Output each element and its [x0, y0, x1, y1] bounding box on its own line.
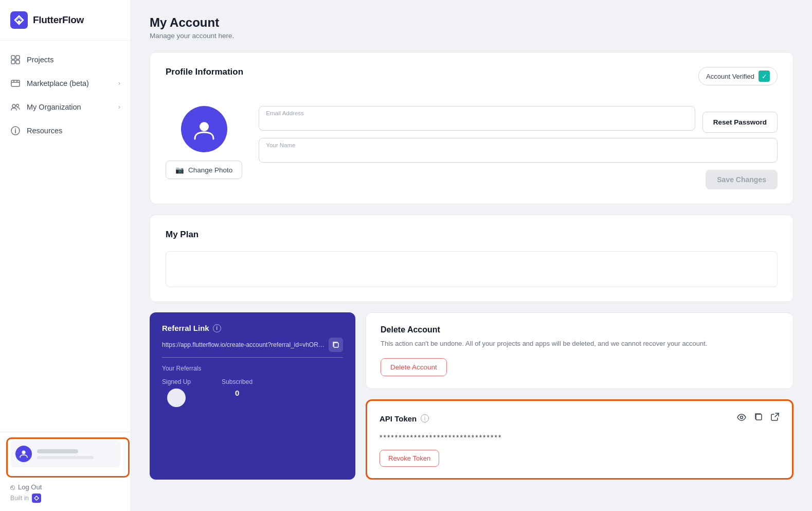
- svg-point-7: [12, 104, 15, 108]
- profile-card-title: Profile Information: [166, 67, 243, 77]
- referrals-stats: Signed Up Subscribed 0: [162, 378, 343, 407]
- toggle-token-visibility-button[interactable]: [736, 412, 747, 425]
- save-changes-label: Save Changes: [717, 175, 766, 184]
- referral-info-icon: i: [213, 324, 221, 332]
- svg-rect-3: [16, 56, 20, 59]
- page-subtitle: Manage your account here.: [150, 32, 793, 40]
- avatar: [15, 446, 32, 462]
- api-info-icon: i: [421, 414, 429, 422]
- svg-rect-0: [10, 11, 28, 29]
- external-link-icon: [770, 412, 780, 421]
- logout-icon: ⎋: [10, 483, 15, 491]
- flutterflow-small-icon: [32, 494, 41, 503]
- profile-card: Profile Information Account Verified ✓ 📷…: [150, 52, 793, 204]
- reset-password-button[interactable]: Reset Password: [702, 112, 778, 133]
- logo-text: FlutterFlow: [33, 14, 84, 26]
- referral-title-label: Referral Link: [162, 324, 209, 332]
- subscribed-label: Subscribed: [222, 378, 252, 385]
- sidebar-item-marketplace[interactable]: Marketplace (beta) ›: [0, 72, 131, 95]
- email-form-group: Email Address: [259, 106, 695, 131]
- api-header: API Token i: [380, 412, 780, 425]
- svg-rect-16: [756, 414, 762, 420]
- camera-icon: 📷: [175, 166, 184, 174]
- svg-rect-14: [334, 343, 338, 347]
- avatar-section: 📷 Change Photo: [166, 106, 242, 179]
- referral-link-text: https://app.flutterflow.io/create-accoun…: [162, 341, 324, 348]
- profile-header: Profile Information Account Verified ✓: [166, 67, 778, 85]
- projects-icon: [10, 55, 21, 65]
- flutterflow-logo-icon: [10, 11, 28, 29]
- resources-icon: [10, 126, 21, 136]
- user-info: [37, 449, 115, 459]
- marketplace-icon: [10, 78, 21, 89]
- delete-account-button-label: Delete Account: [390, 363, 437, 371]
- svg-point-10: [15, 129, 16, 130]
- user-card[interactable]: [10, 440, 120, 467]
- revoke-token-button[interactable]: Revoke Token: [380, 450, 439, 467]
- delete-account-title: Delete Account: [381, 325, 779, 334]
- page-title: My Account: [150, 15, 793, 30]
- delete-account-description: This action can't be undone. All of your…: [381, 339, 779, 349]
- email-input[interactable]: [259, 106, 695, 131]
- svg-rect-4: [11, 60, 15, 64]
- sidebar-footer: ⎋ Log Out Built in: [0, 432, 131, 511]
- svg-point-8: [16, 104, 19, 107]
- api-token-card: API Token i: [366, 399, 793, 480]
- account-verified-badge: Account Verified ✓: [698, 67, 778, 85]
- plan-card: My Plan: [150, 215, 793, 302]
- signed-up-label: Signed Up: [162, 378, 191, 385]
- change-photo-label: Change Photo: [188, 166, 232, 174]
- save-changes-button[interactable]: Save Changes: [706, 170, 778, 189]
- api-title: API Token: [380, 414, 417, 423]
- referral-card: Referral Link i https://app.flutterflow.…: [150, 312, 355, 480]
- signed-up-avatar: [167, 389, 186, 407]
- name-input[interactable]: [259, 138, 778, 163]
- verified-checkmark-icon: ✓: [759, 71, 770, 82]
- reset-password-label: Reset Password: [713, 118, 767, 126]
- avatar-icon: [192, 117, 216, 141]
- logout-button[interactable]: ⎋ Log Out: [10, 481, 120, 494]
- sidebar: FlutterFlow Projects: [0, 0, 131, 511]
- copy-referral-link-button[interactable]: [329, 338, 343, 352]
- api-actions: [736, 412, 780, 425]
- sidebar-item-resources[interactable]: Resources: [0, 119, 131, 143]
- bottom-row: Referral Link i https://app.flutterflow.…: [150, 312, 793, 480]
- referral-link-row: https://app.flutterflow.io/create-accoun…: [162, 338, 343, 358]
- profile-avatar: [181, 106, 227, 152]
- email-row: Email Address Reset Password: [259, 106, 778, 138]
- logo-area[interactable]: FlutterFlow: [0, 0, 131, 41]
- built-in-label: Built in: [10, 495, 29, 502]
- sidebar-item-projects-label: Projects: [27, 56, 53, 64]
- svg-point-11: [22, 451, 26, 454]
- sidebar-item-organization[interactable]: My Organization ›: [0, 95, 131, 119]
- sidebar-item-marketplace-label: Marketplace (beta): [27, 79, 89, 87]
- built-in-section: Built in: [10, 494, 120, 503]
- main-content: My Account Manage your account here. Pro…: [131, 0, 812, 511]
- name-form-group: Your Name: [259, 138, 778, 163]
- open-token-docs-button[interactable]: [770, 412, 780, 425]
- change-photo-button[interactable]: 📷 Change Photo: [166, 161, 242, 179]
- referral-title-row: Referral Link i: [162, 324, 343, 332]
- svg-point-1: [18, 21, 21, 23]
- copy-token-button[interactable]: [754, 412, 763, 425]
- plan-inner-area: [166, 251, 778, 287]
- api-title-row: API Token i: [380, 414, 429, 423]
- plan-card-title: My Plan: [166, 230, 778, 240]
- copy-token-icon: [754, 412, 763, 421]
- sidebar-item-organization-label: My Organization: [27, 103, 81, 111]
- signed-up-stat: Signed Up: [162, 378, 191, 407]
- sidebar-navigation: Projects Marketplace (beta) ›: [0, 41, 131, 432]
- organization-icon: [10, 102, 21, 112]
- svg-point-13: [200, 122, 209, 131]
- form-section: Email Address Reset Password Your Name S…: [259, 106, 778, 189]
- sidebar-item-projects[interactable]: Projects: [0, 48, 131, 72]
- svg-point-15: [741, 416, 743, 418]
- organization-chevron-icon: ›: [118, 103, 120, 111]
- svg-rect-2: [11, 56, 15, 59]
- eye-icon: [736, 412, 747, 422]
- delete-account-button[interactable]: Delete Account: [381, 358, 447, 376]
- svg-rect-6: [11, 80, 20, 86]
- api-token-masked-value: ********************************: [380, 433, 780, 442]
- right-cards: Delete Account This action can't be undo…: [366, 312, 793, 480]
- profile-body: 📷 Change Photo Email Address Reset Passw…: [166, 106, 778, 189]
